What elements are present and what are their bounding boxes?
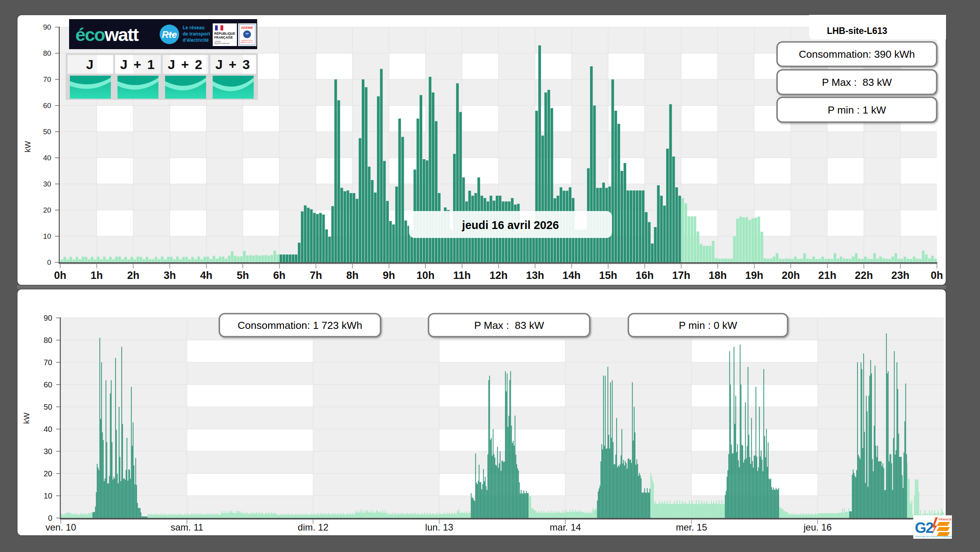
svg-text:23h: 23h (891, 270, 910, 281)
svg-text:16h: 16h (636, 270, 654, 281)
svg-text:ven. 10: ven. 10 (45, 522, 76, 532)
svg-text:21h: 21h (818, 270, 837, 281)
svg-text:mar. 14: mar. 14 (550, 522, 581, 532)
svg-text:Le réseau: Le réseau (183, 25, 205, 30)
svg-text:0: 0 (47, 258, 51, 266)
svg-text:5h: 5h (237, 270, 249, 281)
svg-text:20h: 20h (782, 270, 800, 281)
svg-text:Consommation: 390 kWh: Consommation: 390 kWh (799, 48, 915, 60)
svg-text:20: 20 (44, 469, 52, 478)
svg-text:11h: 11h (453, 270, 471, 281)
svg-text:15h: 15h (599, 270, 617, 281)
svg-text:40: 40 (43, 154, 51, 162)
svg-text:kW: kW (23, 141, 32, 152)
svg-text:13h: 13h (526, 270, 544, 281)
svg-text:19h: 19h (745, 270, 763, 281)
svg-text:LHB-site-L613: LHB-site-L613 (827, 26, 888, 36)
svg-text:70: 70 (44, 358, 52, 367)
svg-text:80: 80 (43, 49, 51, 57)
svg-text:J: J (86, 57, 95, 72)
svg-text:0h: 0h (931, 270, 943, 281)
svg-text:G2: G2 (915, 520, 934, 536)
svg-text:FRANÇAISE: FRANÇAISE (214, 36, 233, 39)
svg-text:30: 30 (43, 180, 51, 188)
svg-text:écowatt: écowatt (75, 24, 139, 45)
svg-text:6h: 6h (273, 270, 286, 281)
svg-text:P min : 0 kW: P min : 0 kW (679, 319, 737, 331)
svg-text:10h: 10h (416, 270, 435, 281)
svg-text:2h: 2h (127, 270, 140, 281)
svg-text:FRANCE: FRANCE (939, 518, 952, 521)
svg-text:0h: 0h (54, 270, 66, 281)
svg-text:17h: 17h (672, 270, 690, 281)
svg-text:TRANSITION ÉCOL.: TRANSITION ÉCOL. (240, 41, 254, 43)
svg-text:Égalité Fraternité: Égalité Fraternité (215, 42, 229, 44)
svg-text:J + 2: J + 2 (168, 57, 204, 72)
svg-text:d’électricité: d’électricité (183, 37, 209, 43)
svg-text:22h: 22h (855, 270, 873, 281)
svg-text:de transport: de transport (183, 31, 210, 37)
svg-text:J + 3: J + 3 (215, 57, 251, 72)
svg-text:8h: 8h (346, 270, 359, 281)
svg-text:90: 90 (44, 314, 52, 322)
svg-text:90: 90 (43, 23, 51, 31)
svg-text:14h: 14h (562, 270, 581, 281)
svg-text:jeu. 16: jeu. 16 (803, 522, 832, 532)
svg-text:60: 60 (43, 101, 51, 110)
svg-text:10: 10 (44, 492, 52, 500)
svg-text:ADEME: ADEME (241, 26, 253, 30)
svg-text:Gestionnaire des ressources é: Gestionnaire des ressources énergétiqu… (915, 535, 952, 538)
svg-text:70: 70 (43, 75, 51, 83)
svg-text:30: 30 (44, 447, 52, 456)
svg-text:AGENCE DE LA: AGENCE DE LA (242, 40, 253, 41)
svg-text:50: 50 (43, 128, 51, 136)
svg-text:kW: kW (22, 412, 31, 424)
svg-text:dim. 12: dim. 12 (298, 522, 329, 532)
svg-text:P Max : 83 kW: P Max : 83 kW (822, 76, 892, 88)
svg-text:4h: 4h (200, 270, 213, 281)
svg-text:jeudi 16 avril 2026: jeudi 16 avril 2026 (462, 219, 559, 231)
svg-text:18h: 18h (709, 270, 727, 281)
svg-text:sam. 11: sam. 11 (171, 522, 203, 532)
svg-text:80: 80 (44, 336, 52, 344)
svg-text:RÉPUBLIQUE: RÉPUBLIQUE (214, 32, 235, 35)
svg-text:mer. 15: mer. 15 (676, 522, 707, 532)
svg-text:3h: 3h (164, 270, 176, 281)
svg-text:J + 1: J + 1 (120, 57, 156, 72)
svg-text:lun. 13: lun. 13 (425, 522, 453, 532)
svg-text:P min : 1 kW: P min : 1 kW (828, 104, 886, 116)
svg-text:10: 10 (43, 232, 51, 240)
svg-text:12h: 12h (489, 270, 508, 281)
svg-text:60: 60 (44, 380, 52, 389)
svg-text:P Max : 83 kW: P Max : 83 kW (474, 319, 544, 331)
svg-text:50: 50 (44, 403, 52, 411)
svg-text:7h: 7h (310, 270, 322, 281)
svg-text:Consommation: 1 723 kWh: Consommation: 1 723 kWh (238, 319, 363, 331)
svg-text:9h: 9h (383, 270, 395, 281)
svg-text:20: 20 (43, 206, 51, 214)
svg-text:40: 40 (44, 425, 52, 433)
svg-text:1h: 1h (91, 270, 103, 281)
svg-text:0: 0 (48, 514, 52, 522)
